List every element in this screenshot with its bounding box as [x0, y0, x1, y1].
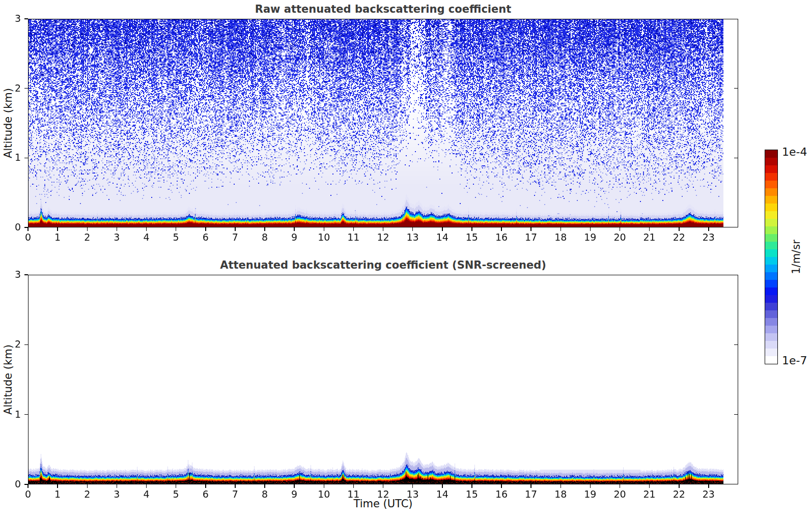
x-tick-label: 5 — [165, 232, 187, 243]
x-tick — [590, 484, 591, 488]
x-tick — [561, 484, 562, 488]
y-tick-right — [734, 88, 738, 89]
x-tick-label: 23 — [697, 488, 720, 500]
x-tick-label: 23 — [697, 232, 720, 243]
y-tick-right — [734, 158, 738, 159]
x-tick-label: 0 — [17, 232, 39, 243]
x-tick-label: 18 — [549, 488, 572, 500]
x-tick — [708, 484, 709, 488]
x-tick — [205, 484, 206, 488]
x-tick-label: 1 — [46, 232, 69, 243]
x-tick — [27, 484, 29, 488]
x-tick-label: 13 — [402, 232, 424, 243]
x-tick — [87, 484, 88, 488]
x-tick — [649, 484, 650, 488]
x-tick-label: 1 — [46, 488, 69, 500]
x-tick — [324, 227, 325, 231]
y-tick-label: 3 — [4, 269, 21, 280]
x-tick-label: 22 — [668, 488, 690, 500]
x-tick-label: 7 — [224, 232, 246, 243]
x-tick-label: 13 — [402, 488, 424, 500]
x-tick — [679, 484, 680, 488]
x-tick — [620, 484, 621, 488]
x-tick-label: 14 — [431, 488, 454, 500]
colorbar-min-label: 1e-7 — [782, 354, 807, 367]
y-tick-right — [734, 414, 738, 415]
x-tick-label: 3 — [105, 232, 128, 243]
x-tick — [264, 484, 265, 488]
x-tick — [176, 484, 177, 488]
x-tick — [620, 227, 621, 231]
x-tick — [590, 227, 591, 231]
x-tick-label: 17 — [520, 232, 542, 243]
x-tick-label: 17 — [520, 488, 542, 500]
x-tick — [235, 484, 236, 488]
x-tick-label: 9 — [283, 488, 305, 500]
x-tick — [324, 484, 325, 488]
colorbar-max-label: 1e-4 — [782, 146, 807, 158]
x-tick-label: 6 — [194, 232, 217, 243]
x-tick — [87, 227, 88, 231]
x-tick-label: 21 — [638, 232, 661, 243]
x-tick-label: 3 — [105, 488, 128, 500]
x-tick-label: 2 — [76, 488, 98, 500]
x-tick — [530, 227, 531, 231]
x-tick — [412, 227, 413, 231]
x-tick-label: 19 — [579, 488, 601, 500]
x-tick — [294, 484, 295, 488]
raw-backscatter-heatmap — [28, 19, 738, 227]
x-tick-label: 16 — [490, 488, 513, 500]
x-tick-label: 4 — [135, 488, 158, 500]
x-tick — [383, 484, 384, 488]
x-tick — [530, 484, 531, 488]
x-tick — [146, 484, 147, 488]
y-tick-label: 1 — [4, 152, 21, 163]
x-tick-label: 6 — [194, 488, 217, 500]
x-tick — [235, 227, 236, 231]
x-tick-label: 15 — [461, 232, 483, 243]
x-tick — [57, 227, 58, 231]
x-tick — [353, 484, 354, 488]
x-tick — [501, 484, 502, 488]
x-tick-label: 5 — [165, 488, 187, 500]
x-tick-label: 10 — [313, 488, 335, 500]
y-tick-label: 2 — [4, 82, 21, 94]
x-tick-label: 18 — [549, 232, 572, 243]
x-tick-label: 4 — [135, 232, 158, 243]
x-tick — [442, 227, 443, 231]
x-tick — [353, 227, 354, 231]
x-tick — [117, 484, 118, 488]
y-tick — [24, 158, 28, 159]
x-tick-label: 2 — [76, 232, 98, 243]
colorbar — [765, 150, 777, 364]
y-tick-label: 3 — [4, 13, 21, 24]
x-tick — [205, 227, 206, 231]
x-tick — [501, 227, 502, 231]
x-tick-label: 20 — [609, 488, 631, 500]
x-tick — [649, 227, 650, 231]
y-axis-label-top: Altitude (km) — [2, 88, 14, 158]
x-tick — [471, 227, 472, 231]
y-tick — [24, 18, 28, 19]
x-tick-label: 12 — [372, 232, 395, 243]
y-tick — [24, 414, 28, 415]
x-tick — [471, 484, 472, 488]
x-tick-label: 15 — [461, 488, 483, 500]
panel-raw-title: Raw attenuated backscattering coefficien… — [28, 3, 738, 15]
figure: Raw attenuated backscattering coefficien… — [0, 0, 812, 519]
x-tick-label: 0 — [17, 488, 39, 500]
x-tick-label: 20 — [609, 232, 631, 243]
x-tick — [264, 227, 265, 231]
x-tick — [27, 227, 29, 231]
y-tick — [24, 227, 28, 228]
x-tick-label: 11 — [342, 232, 365, 243]
x-tick-label: 21 — [638, 488, 661, 500]
x-tick-label: 16 — [490, 232, 513, 243]
x-tick-label: 8 — [254, 232, 276, 243]
panel-screened-title: Attenuated backscattering coefficient (S… — [28, 259, 738, 271]
x-tick — [412, 484, 413, 488]
screened-backscatter-heatmap — [28, 275, 738, 484]
x-tick-label: 14 — [431, 232, 454, 243]
x-tick — [442, 484, 443, 488]
x-tick — [383, 227, 384, 231]
